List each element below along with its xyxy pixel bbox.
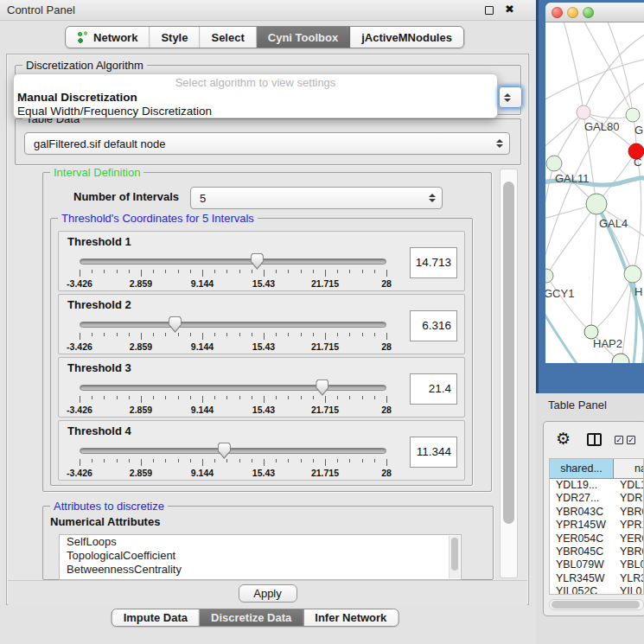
table-row[interactable]: YBR045CYBR0	[550, 545, 643, 558]
network-node[interactable]	[545, 269, 553, 283]
intervals-combobox[interactable]: 5	[190, 187, 443, 209]
tab-impute-data[interactable]: Impute Data	[112, 609, 200, 626]
threshold-slider[interactable]: -3.4262.8599.14415.4321.71528	[80, 316, 386, 352]
table-row[interactable]: YDL19...YDL1	[550, 479, 643, 492]
attribute-item[interactable]: SelfLoops	[60, 535, 461, 549]
table-data-combobox[interactable]: galFiltered.sif default node	[24, 132, 510, 155]
slider-track[interactable]	[80, 258, 386, 265]
group-title-attributes: Attributes to discretize	[50, 500, 168, 513]
threshold-value-box[interactable]: 14.713	[410, 247, 457, 278]
network-edge[interactable]	[633, 151, 641, 274]
tab-select[interactable]: Select	[200, 27, 256, 48]
list-scrollbar[interactable]	[449, 536, 460, 578]
panel-scrollbar[interactable]	[500, 169, 518, 578]
slider-thumb[interactable]	[251, 253, 264, 270]
numerical-attributes-label: Numerical Attributes	[50, 515, 160, 528]
network-node[interactable]	[612, 354, 629, 363]
numerical-attributes-list[interactable]: SelfLoopsTopologicalCoefficientBetweenne…	[59, 534, 462, 580]
network-window-titlebar[interactable]	[545, 3, 644, 22]
top-tab-bar: NetworkStyleSelectCyni ToolboxjActiveMNo…	[65, 26, 464, 48]
network-edge[interactable]	[591, 204, 596, 332]
network-node[interactable]	[577, 105, 590, 119]
dropdown-item[interactable]: Equal Width/Frequency Discretization	[14, 105, 497, 118]
table-row[interactable]: YER054CYER0	[550, 532, 643, 545]
network-edge[interactable]	[546, 204, 596, 276]
threshold-slider[interactable]: -3.4262.8599.14415.4321.71528	[80, 442, 386, 478]
table-row[interactable]: YLR345WYLR3	[550, 572, 643, 585]
table-row[interactable]: YDR27...YDR2	[550, 492, 643, 505]
dropdown-placeholder: Select algorithm to view settings	[14, 76, 497, 91]
scale-label: 9.144	[191, 341, 214, 352]
table-row[interactable]: YIL052CYIL0	[550, 585, 643, 595]
tab-network[interactable]: Network	[66, 27, 150, 48]
dropdown-item[interactable]: Manual Discretization	[14, 91, 497, 105]
network-edge[interactable]	[554, 112, 583, 163]
attribute-item[interactable]: BetweennessCentrality	[60, 563, 461, 577]
tick-mark	[202, 333, 203, 340]
slider-thumb[interactable]	[169, 316, 182, 333]
table-row[interactable]: YPR145WYPR1	[550, 519, 643, 532]
threshold-slider[interactable]: -3.4262.8599.14415.4321.71528	[80, 379, 386, 415]
network-view-window[interactable]: GAL80GCGAL11GAL4GCY1HHAP2	[536, 0, 644, 393]
settings-gear-icon[interactable]: ⚙	[556, 429, 571, 448]
threshold-slider[interactable]: -3.4262.8599.14415.4321.71528	[80, 252, 386, 289]
tick-mark	[92, 459, 92, 462]
close-traffic-light-icon[interactable]	[552, 7, 563, 18]
slider-track[interactable]	[80, 448, 386, 454]
split-view-icon[interactable]	[587, 433, 602, 446]
slider-track[interactable]	[80, 385, 386, 391]
tab-infer-network[interactable]: Infer Network	[303, 609, 398, 626]
table-row[interactable]: YBR043CYBR0	[550, 506, 643, 519]
tick-mark	[165, 396, 166, 399]
apply-button[interactable]: Apply	[239, 584, 297, 603]
tab-cyni-toolbox[interactable]: Cyni Toolbox	[257, 27, 350, 48]
slider-track[interactable]	[80, 322, 386, 328]
minimize-traffic-light-icon[interactable]	[567, 7, 578, 18]
tick-mark	[252, 459, 252, 462]
combo-arrows-icon	[495, 139, 503, 148]
network-node[interactable]	[546, 156, 562, 171]
list-scrollbar-thumb[interactable]	[451, 538, 458, 571]
tick-mark	[288, 459, 289, 462]
scale-label: -3.426	[67, 468, 92, 478]
network-node[interactable]	[624, 265, 641, 283]
algorithm-combobox-button[interactable]	[499, 86, 522, 108]
network-node[interactable]	[626, 108, 640, 122]
checkbox-icon-2[interactable]: ✓	[627, 436, 635, 444]
table-scrollbar-thumb[interactable]	[552, 601, 640, 609]
network-canvas[interactable]: GAL80GCGAL11GAL4GCY1HHAP2	[545, 22, 644, 363]
tick-mark	[264, 333, 265, 340]
threshold-value-box[interactable]: 11.344	[410, 437, 457, 468]
network-thick-edge[interactable]	[545, 308, 580, 363]
close-icon[interactable]: ✖	[505, 3, 514, 16]
network-node[interactable]	[586, 194, 607, 214]
tick-mark	[239, 396, 240, 399]
column-header-name[interactable]: na	[614, 459, 643, 478]
cell-shared-name: YDR27...	[550, 492, 614, 505]
scale-label: 15.43	[252, 468, 275, 478]
slider-thumb[interactable]	[218, 443, 231, 459]
network-graph[interactable]: GAL80GCGAL11GAL4GCY1HHAP2	[545, 22, 644, 363]
table-row[interactable]: YBL079WYBL0	[550, 558, 643, 571]
table-horizontal-scrollbar[interactable]	[549, 599, 644, 610]
tab-jactivemnodules[interactable]: jActiveMNodules	[350, 27, 463, 48]
threshold-value-box[interactable]: 6.316	[410, 310, 457, 341]
network-edge[interactable]	[563, 22, 583, 112]
network-edge[interactable]	[545, 59, 644, 102]
tick-mark	[202, 396, 203, 403]
network-edge[interactable]	[546, 276, 591, 332]
threshold-value-box[interactable]: 21.4	[410, 373, 457, 405]
tab-label: Impute Data	[124, 611, 188, 624]
network-edge[interactable]	[583, 33, 644, 112]
float-window-icon[interactable]	[485, 6, 494, 15]
tab-discretize-data[interactable]: Discretize Data	[200, 609, 303, 626]
column-header-shared[interactable]: shared...	[550, 459, 614, 478]
tab-label: Style	[161, 31, 188, 44]
attribute-item[interactable]: TopologicalCoefficient	[60, 549, 461, 563]
panel-scrollbar-thumb[interactable]	[503, 182, 514, 524]
slider-thumb[interactable]	[316, 379, 328, 396]
zoom-traffic-light-icon[interactable]	[583, 7, 594, 18]
checkbox-icon-1[interactable]: ✓	[615, 436, 623, 444]
tick-mark	[252, 333, 252, 336]
tab-style[interactable]: Style	[150, 27, 200, 48]
